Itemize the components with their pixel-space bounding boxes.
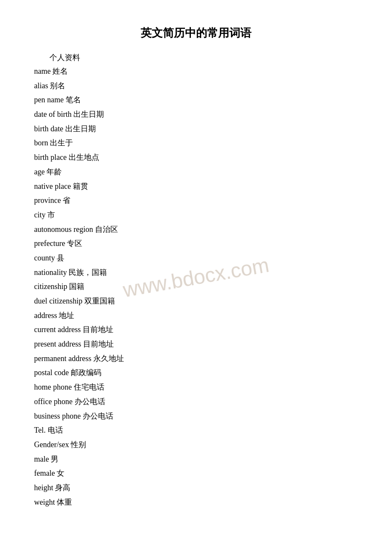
vocab-item: date of birth 出生日期 xyxy=(34,108,358,121)
vocab-item: citizenship 国籍 xyxy=(34,280,358,293)
vocab-item: city 市 xyxy=(34,209,358,222)
vocab-item: name 姓名 xyxy=(34,65,358,78)
vocab-item: male 男 xyxy=(34,453,358,466)
vocab-item: Tel. 电话 xyxy=(34,424,358,437)
vocab-item: business phone 办公电话 xyxy=(34,410,358,423)
section-header: 个人资料 xyxy=(34,52,358,63)
vocab-item: home phone 住宅电话 xyxy=(34,381,358,394)
vocab-item: address 地址 xyxy=(34,309,358,322)
vocab-item: pen name 笔名 xyxy=(34,94,358,107)
vocab-item: current address 目前地址 xyxy=(34,324,358,336)
page-title: 英文简历中的常用词语 xyxy=(34,26,358,40)
vocab-item: born 出生于 xyxy=(34,137,358,150)
vocab-item: prefecture 专区 xyxy=(34,237,358,250)
vocab-item: weight 体重 xyxy=(34,496,358,509)
vocab-item: autonomous region 自治区 xyxy=(34,223,358,236)
vocab-item: postal code 邮政编码 xyxy=(34,367,358,379)
vocab-item: permanent address 永久地址 xyxy=(34,353,358,365)
vocab-item: nationality 民族，国籍 xyxy=(34,266,358,279)
vocab-item: height 身高 xyxy=(34,482,358,494)
vocab-item: duel citizenship 双重国籍 xyxy=(34,295,358,308)
vocab-item: province 省 xyxy=(34,194,358,207)
vocab-item: birth date 出生日期 xyxy=(34,123,358,136)
vocab-item: age 年龄 xyxy=(34,166,358,179)
vocab-item: female 女 xyxy=(34,467,358,480)
vocab-item: office phone 办公电话 xyxy=(34,396,358,408)
vocab-item: native place 籍贯 xyxy=(34,180,358,193)
vocab-item: Gender/sex 性别 xyxy=(34,439,358,451)
vocab-item: county 县 xyxy=(34,252,358,265)
vocab-item: birth place 出生地点 xyxy=(34,151,358,164)
vocab-item: present address 目前地址 xyxy=(34,338,358,351)
vocab-item: alias 别名 xyxy=(34,80,358,92)
vocab-list: name 姓名alias 别名pen name 笔名date of birth … xyxy=(34,65,358,509)
